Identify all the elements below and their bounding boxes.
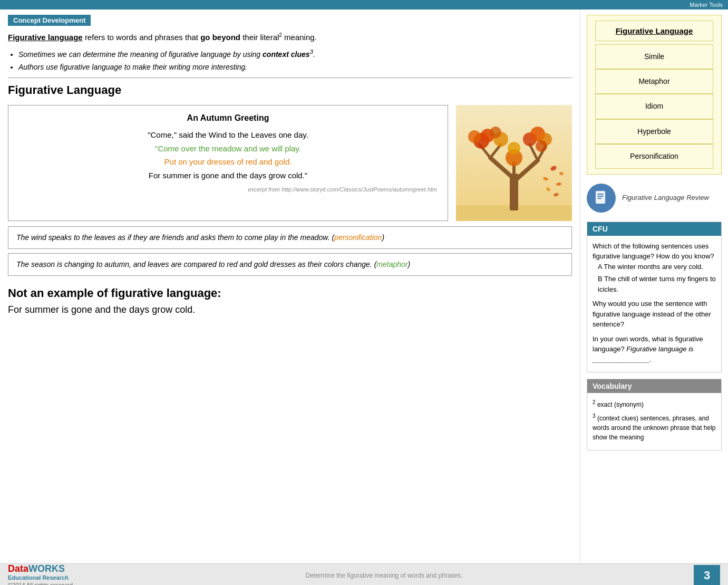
vocab-item-1: 2 exact (synonym) [593, 398, 716, 409]
vocab-item-2: 3 (context clues) sentences, phrases, an… [593, 412, 716, 442]
svg-point-14 [490, 127, 501, 138]
tree-svg [456, 105, 572, 221]
fig-lang-metaphor: Metaphor [595, 69, 713, 94]
fig-lang-simile: Simile [595, 44, 713, 69]
poem-title: An Autumn Greeting [19, 113, 437, 123]
vocab-content: 2 exact (synonym) 3 (context clues) sent… [587, 393, 721, 450]
svg-rect-27 [596, 191, 605, 204]
cfu-content: Which of the following sentences uses fi… [587, 236, 721, 372]
svg-point-20 [536, 140, 547, 152]
svg-rect-29 [597, 196, 604, 197]
vocabulary-box: Vocabulary 2 exact (synonym) 3 (context … [587, 379, 722, 450]
figurative-language-box: Figurative Language Simile Metaphor Idio… [587, 15, 722, 175]
logo-text: DataWORKS [8, 563, 74, 574]
right-sidebar: Figurative Language Simile Metaphor Idio… [580, 9, 728, 563]
footer-center-text: Determine the figurative meaning of word… [85, 572, 683, 579]
cfu-option-b: B The chill of winter turns my fingers t… [598, 274, 716, 294]
concept-header: Concept Development [8, 15, 91, 26]
poem-line-2: "Come over the meadow and we will play. [19, 142, 437, 156]
intro-text: Figurative language refers to words and … [8, 31, 572, 44]
left-panel: Concept Development Figurative language … [0, 9, 580, 563]
not-example-section: Not an example of figurative language: F… [8, 286, 572, 315]
fig-lang-idiom: Idiom [595, 94, 713, 119]
svg-point-11 [468, 130, 481, 143]
logo-sub: Educational Research [8, 574, 74, 581]
metaphor-label: metaphor [376, 260, 407, 268]
poem-line-1: "Come," said the Wind to the Leaves one … [19, 128, 437, 142]
poem-box: An Autumn Greeting "Come," said the Wind… [8, 105, 448, 221]
fig-lang-personification: Personification [595, 144, 713, 169]
logo-data: Data [8, 563, 28, 574]
bullet-1: Sometimes we can determine the meaning o… [18, 48, 572, 60]
poem-source: excerpt from http://www.storyit.com/Clas… [19, 186, 437, 193]
page-number: 3 [694, 565, 720, 585]
top-bar: Marker Tools [0, 0, 728, 9]
bullet-list: Sometimes we can determine the meaning o… [18, 48, 572, 73]
vocab-header: Vocabulary [587, 379, 721, 393]
analysis-box-1: The wind speaks to the leaves as if they… [8, 226, 572, 249]
marker-tools-label: Marker Tools [690, 2, 723, 8]
figurative-language-term: Figurative language [8, 33, 83, 42]
fig-lang-title: Figurative Language [595, 21, 713, 41]
main-content: Concept Development Figurative language … [0, 9, 728, 563]
section-title: Figurative Language [8, 83, 572, 97]
review-icon[interactable] [587, 184, 616, 213]
cfu-option-a: A The winter months are very cold. [598, 262, 716, 272]
not-example-text: For summer is gone and the days grow col… [8, 304, 572, 315]
poem-image-row: An Autumn Greeting "Come," said the Wind… [8, 105, 572, 221]
not-example-title: Not an example of figurative language: [8, 286, 572, 300]
review-box[interactable]: Figurative Language Review [587, 181, 722, 215]
copyright: ©2014 All rights reserved. [8, 582, 74, 586]
svg-point-16 [508, 142, 520, 155]
poem-line-4: For summer is gone and the days grow col… [19, 169, 437, 183]
poem-line-3: Put on your dresses of red and gold. [19, 155, 437, 169]
logo-works: WORKS [28, 563, 65, 574]
cfu-box: CFU Which of the following sentences use… [587, 222, 722, 373]
logo-area: DataWORKS Educational Research ©2014 All… [8, 563, 74, 586]
go-beyond-text: go beyond [200, 33, 240, 42]
analysis-box-2: The season is changing to autumn, and le… [8, 253, 572, 276]
svg-rect-28 [597, 194, 604, 195]
bullet-2: Authors use figurative language to make … [18, 62, 572, 73]
personification-label: personification [334, 233, 382, 242]
cfu-question-3: In your own words, what is figurative la… [593, 334, 716, 365]
bottom-bar: DataWORKS Educational Research ©2014 All… [0, 563, 728, 585]
section-divider [8, 78, 572, 78]
svg-rect-30 [597, 198, 601, 199]
cfu-question-1: Which of the following sentences uses fi… [593, 241, 716, 262]
fig-lang-hyperbole: Hyperbole [595, 119, 713, 144]
document-icon [594, 190, 609, 206]
autumn-tree-image [456, 105, 572, 221]
cfu-header: CFU [587, 222, 721, 236]
cfu-question-2: Why would you use the sentence with figu… [593, 299, 716, 330]
review-label: Figurative Language Review [622, 193, 709, 203]
